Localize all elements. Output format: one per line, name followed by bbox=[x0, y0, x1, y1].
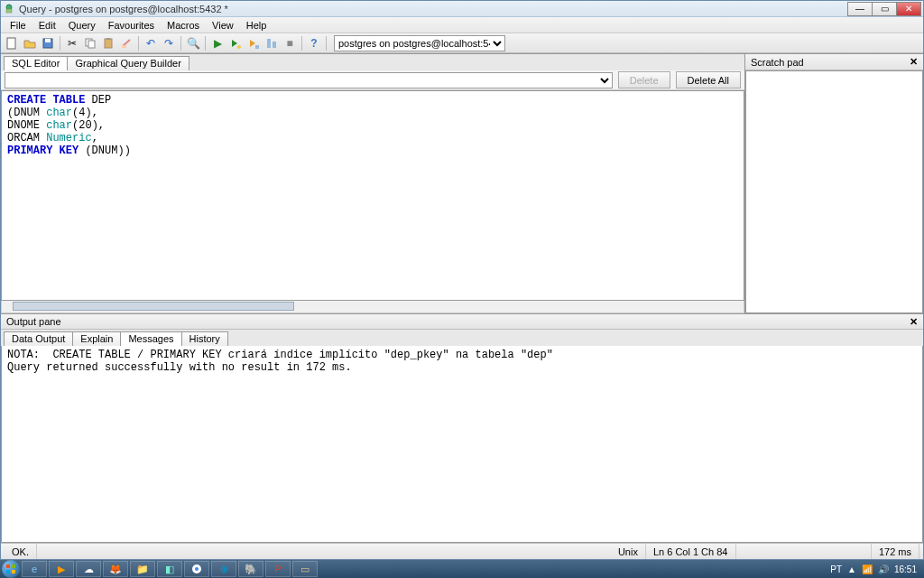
tab-messages[interactable]: Messages bbox=[120, 331, 181, 346]
svg-rect-6 bbox=[88, 41, 95, 48]
svg-rect-8 bbox=[106, 38, 110, 40]
separator bbox=[180, 36, 181, 51]
query-window: Query - postgres on postgres@localhost:5… bbox=[0, 0, 924, 560]
taskbar-explorer-icon[interactable]: 📁 bbox=[130, 561, 155, 577]
menu-macros[interactable]: Macros bbox=[162, 19, 205, 32]
tray-network-icon[interactable]: 📶 bbox=[862, 564, 873, 574]
svg-rect-13 bbox=[273, 42, 276, 48]
execute-pgscript-icon[interactable] bbox=[227, 35, 244, 51]
tray-volume-icon[interactable]: 🔊 bbox=[878, 564, 889, 574]
undo-icon[interactable]: ↶ bbox=[143, 35, 159, 51]
statusbar: OK. Unix Ln 6 Col 1 Ch 84 172 ms bbox=[1, 543, 923, 559]
help-icon[interactable]: ? bbox=[306, 35, 322, 51]
scratchpad-header: Scratch pad ✕ bbox=[745, 54, 923, 70]
copy-icon[interactable] bbox=[82, 35, 98, 51]
status-mode: Unix bbox=[611, 544, 646, 559]
taskbar-app-icon[interactable]: ☁ bbox=[76, 561, 101, 577]
svg-point-19 bbox=[195, 567, 199, 571]
tab-history[interactable]: History bbox=[181, 331, 228, 346]
tray-clock[interactable]: 16:51 bbox=[894, 564, 917, 574]
separator bbox=[326, 36, 327, 51]
svg-rect-7 bbox=[105, 39, 112, 48]
taskbar-chrome-icon[interactable] bbox=[184, 561, 209, 577]
cut-icon[interactable]: ✂ bbox=[64, 35, 80, 51]
taskbar-app3-icon[interactable]: ⊕ bbox=[211, 561, 236, 577]
editor-hscrollbar[interactable] bbox=[1, 301, 744, 313]
sql-editor[interactable]: CREATE TABLE DEP (DNUM char(4), DNOME ch… bbox=[1, 90, 744, 301]
status-blank bbox=[736, 544, 872, 559]
system-tray: PT ▲ 📶 🔊 16:51 bbox=[825, 564, 922, 574]
delete-all-button[interactable]: Delete All bbox=[676, 71, 741, 89]
menu-file[interactable]: File bbox=[5, 19, 32, 32]
menu-help[interactable]: Help bbox=[241, 19, 273, 32]
new-icon[interactable] bbox=[4, 35, 20, 51]
explain-icon[interactable] bbox=[245, 35, 262, 51]
taskbar-ie-icon[interactable]: e bbox=[22, 561, 47, 577]
redo-icon[interactable]: ↷ bbox=[161, 35, 177, 51]
svg-rect-14 bbox=[6, 564, 10, 568]
output-messages[interactable]: NOTA: CREATE TABLE / PRIMARY KEY criará … bbox=[1, 346, 923, 543]
taskbar-pgadmin-icon[interactable]: 🐘 bbox=[238, 561, 263, 577]
output-pane-header: Output pane ✕ bbox=[1, 313, 923, 330]
maximize-button[interactable]: ▭ bbox=[872, 2, 897, 16]
paste-icon[interactable] bbox=[100, 35, 116, 51]
taskbar-powerpoint-icon[interactable]: P bbox=[265, 561, 291, 577]
svg-rect-16 bbox=[6, 570, 10, 573]
save-icon[interactable] bbox=[40, 35, 56, 51]
main-toolbar: ✂ ↶ ↷ 🔍 ▶ ■ ? postgres on postgres@local… bbox=[1, 33, 923, 53]
tab-explain[interactable]: Explain bbox=[72, 331, 121, 346]
explain-analyze-icon[interactable] bbox=[263, 35, 280, 51]
tray-flag-icon[interactable]: ▲ bbox=[847, 564, 856, 574]
svg-point-10 bbox=[237, 45, 241, 49]
taskbar-firefox-icon[interactable]: 🦊 bbox=[103, 561, 128, 577]
status-ok: OK. bbox=[5, 544, 37, 559]
scratchpad-body[interactable] bbox=[745, 70, 923, 313]
menu-query[interactable]: Query bbox=[63, 19, 101, 32]
menu-favourites[interactable]: Favourites bbox=[103, 19, 160, 32]
cancel-icon[interactable]: ■ bbox=[282, 35, 298, 51]
window-title: Query - postgres on postgres@localhost:5… bbox=[19, 4, 848, 14]
tab-data-output[interactable]: Data Output bbox=[4, 331, 73, 346]
taskbar-app4-icon[interactable]: ▭ bbox=[292, 561, 318, 577]
status-position: Ln 6 Col 1 Ch 84 bbox=[646, 544, 736, 559]
svg-rect-15 bbox=[12, 564, 15, 568]
scratchpad-title: Scratch pad bbox=[751, 57, 804, 68]
titlebar: Query - postgres on postgres@localhost:5… bbox=[1, 1, 923, 17]
previous-queries-select[interactable] bbox=[5, 72, 613, 89]
svg-rect-11 bbox=[255, 45, 259, 49]
app-icon bbox=[3, 3, 15, 15]
svg-rect-4 bbox=[45, 39, 51, 42]
separator bbox=[60, 36, 60, 51]
separator bbox=[301, 36, 302, 51]
menu-edit[interactable]: Edit bbox=[33, 19, 61, 32]
separator bbox=[205, 36, 206, 51]
clear-icon[interactable] bbox=[118, 35, 134, 51]
output-tabs: Data Output Explain Messages History bbox=[1, 330, 923, 346]
taskbar-app2-icon[interactable]: ◧ bbox=[157, 561, 182, 577]
svg-rect-9 bbox=[122, 45, 126, 48]
svg-rect-17 bbox=[12, 570, 15, 573]
svg-rect-12 bbox=[267, 39, 271, 48]
tab-sql-editor[interactable]: SQL Editor bbox=[4, 56, 68, 70]
svg-rect-2 bbox=[7, 38, 15, 49]
separator bbox=[138, 36, 139, 51]
status-time: 172 ms bbox=[872, 544, 919, 559]
svg-rect-1 bbox=[6, 9, 12, 13]
execute-icon[interactable]: ▶ bbox=[209, 35, 226, 51]
windows-taskbar: e ▶ ☁ 🦊 📁 ◧ ⊕ 🐘 P ▭ PT ▲ 📶 🔊 16:51 bbox=[0, 560, 924, 578]
menubar: File Edit Query Favourites Macros View H… bbox=[1, 17, 923, 33]
close-button[interactable]: ✕ bbox=[896, 2, 921, 16]
output-pane-close-icon[interactable]: ✕ bbox=[910, 316, 918, 328]
find-icon[interactable]: 🔍 bbox=[185, 35, 201, 51]
delete-button[interactable]: Delete bbox=[618, 71, 670, 89]
tab-graphical-builder[interactable]: Graphical Query Builder bbox=[67, 56, 189, 70]
menu-view[interactable]: View bbox=[207, 19, 239, 32]
tray-lang[interactable]: PT bbox=[830, 564, 842, 574]
start-button[interactable] bbox=[2, 560, 20, 578]
scratchpad-close-icon[interactable]: ✕ bbox=[910, 56, 918, 68]
output-pane-title: Output pane bbox=[6, 316, 61, 327]
taskbar-mediaplayer-icon[interactable]: ▶ bbox=[49, 561, 74, 577]
connection-select[interactable]: postgres on postgres@localhost:5432 bbox=[334, 35, 505, 51]
minimize-button[interactable]: — bbox=[847, 2, 873, 16]
open-icon[interactable] bbox=[22, 35, 38, 51]
